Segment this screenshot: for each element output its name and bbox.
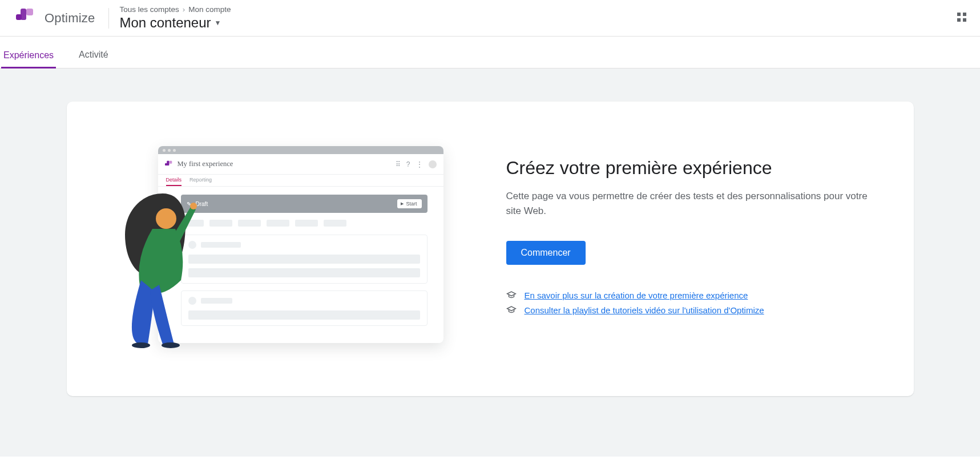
graduation-cap-icon (506, 305, 517, 315)
illus-window-title: My first experience (178, 160, 233, 168)
grid-icon: ⠿ (396, 160, 401, 168)
page-subtitle: Cette page va vous permettre de créer de… (506, 189, 872, 218)
vertical-divider (108, 8, 109, 29)
start-button[interactable]: Commencer (506, 241, 586, 265)
header-right (957, 13, 969, 24)
svg-rect-4 (167, 160, 169, 165)
page-title: Créez votre première expérience (506, 158, 874, 179)
optimize-logo-icon (16, 9, 35, 28)
container-selector[interactable]: Mon conteneur ▼ (119, 15, 231, 31)
illus-tab-details: Details (166, 175, 182, 186)
illustration: My first experience ⠿ ? ⋮ Details Report… (118, 146, 506, 352)
illus-start-button: Start (397, 199, 421, 208)
container-name: Mon conteneur (119, 15, 211, 31)
tab-activity[interactable]: Activité (76, 50, 111, 68)
chevron-right-icon: › (183, 5, 185, 14)
graduation-cap-icon (506, 290, 517, 300)
tutorials-link[interactable]: Consulter la playlist de tutoriels vidéo… (525, 305, 764, 315)
app-header: Optimize Tous les comptes › Mon compte M… (0, 0, 980, 37)
learn-more-link[interactable]: En savoir plus sur la création de votre … (525, 290, 748, 300)
chevron-down-icon: ▼ (215, 19, 221, 27)
svg-point-9 (162, 342, 180, 348)
breadcrumb-container: Tous les comptes › Mon compte Mon conten… (119, 5, 231, 31)
breadcrumb-account[interactable]: Mon compte (188, 5, 231, 14)
onboarding-text: Créez votre première expérience Cette pa… (506, 146, 874, 352)
person-illustration-icon (118, 189, 201, 349)
product-name: Optimize (45, 11, 95, 26)
illustration-window: My first experience ⠿ ? ⋮ Details Report… (158, 146, 443, 343)
svg-point-7 (190, 203, 197, 209)
avatar (429, 160, 437, 168)
breadcrumb: Tous les comptes › Mon compte (119, 5, 231, 14)
tab-bar: Expériences Activité (0, 37, 980, 68)
help-link-row: Consulter la playlist de tutoriels vidéo… (506, 305, 874, 315)
optimize-logo-icon (165, 160, 173, 168)
window-chrome (158, 146, 443, 154)
illus-tab-reporting: Reporting (189, 175, 212, 186)
breadcrumb-all-accounts[interactable]: Tous les comptes (119, 5, 179, 14)
help-link-row: En savoir plus sur la création de votre … (506, 290, 874, 300)
brand: Optimize (16, 9, 95, 28)
page-body: My first experience ⠿ ? ⋮ Details Report… (0, 68, 980, 457)
tab-experiences[interactable]: Expériences (1, 50, 56, 68)
onboarding-card: My first experience ⠿ ? ⋮ Details Report… (67, 102, 914, 396)
svg-point-8 (132, 342, 150, 348)
svg-rect-1 (21, 9, 26, 20)
svg-point-6 (156, 208, 176, 229)
help-icon: ? (406, 160, 410, 168)
more-icon: ⋮ (416, 160, 423, 168)
svg-rect-2 (26, 9, 33, 15)
apps-icon[interactable] (957, 13, 969, 24)
svg-rect-5 (169, 160, 172, 163)
